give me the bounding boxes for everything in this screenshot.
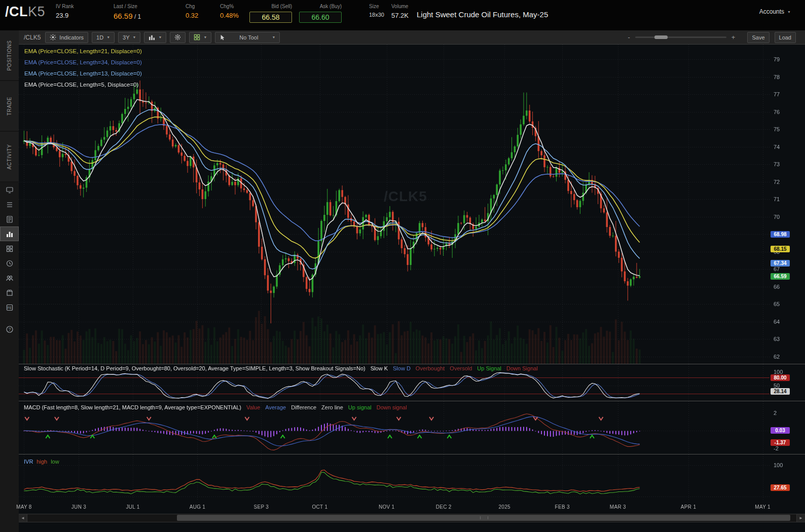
chg-pct-field: Chg% 0.48% — [220, 4, 239, 19]
sidebar-history-button[interactable] — [0, 256, 19, 271]
drawing-tool-dropdown[interactable]: No Tool ▼ — [215, 32, 280, 43]
legend-item: low — [51, 459, 59, 465]
sidebar-tab-activity[interactable]: ACTIVITY — [0, 132, 19, 182]
ema-study-label[interactable]: EMA (Price=CLOSE, Length=13, Displace=0) — [24, 68, 142, 79]
timeframe-dropdown[interactable]: 1D▼ — [92, 32, 115, 43]
history-icon — [6, 259, 14, 268]
watchlist-icon — [6, 201, 14, 209]
ema-study-label[interactable]: EMA (Price=CLOSE, Length=21, Displace=0) — [24, 46, 142, 57]
panel-divider — [19, 454, 805, 454]
last-size: / 1 — [133, 13, 141, 20]
stochastic-study-label[interactable]: Slow Stochastic (K Period=14, D Period=9… — [24, 365, 365, 371]
ema-study-label[interactable]: EMA (Price=CLOSE, Length=5, Displace=0) — [24, 79, 142, 90]
left-sidebar: POSITIONS TRADE ACTIVITY FE? — [0, 30, 19, 532]
ema-study-labels: EMA (Price=CLOSE, Length=21, Displace=0)… — [24, 46, 142, 90]
cursor-icon — [219, 34, 226, 41]
svg-text:FE: FE — [7, 306, 12, 309]
sidebar-tab-trade[interactable]: TRADE — [0, 81, 19, 132]
monitor-icon — [6, 186, 14, 194]
sidebar-help-button[interactable]: ? — [0, 322, 19, 336]
chart-style-dropdown[interactable]: ▼ — [144, 32, 166, 43]
chg-field: Chg 0.32 — [186, 4, 198, 19]
last-size-label: Last / Size — [114, 4, 141, 9]
chart-type-icon — [149, 34, 155, 41]
legend-item: IVR — [24, 459, 33, 465]
scroll-right-arrow[interactable]: ► — [796, 514, 805, 522]
zoom-slider[interactable] — [635, 36, 726, 38]
zoom-slider-thumb[interactable] — [654, 35, 668, 39]
toolbar-symbol-label: /CLK5 — [24, 34, 41, 41]
sidebar-watchlist-button[interactable] — [0, 197, 19, 212]
legend-item: Up Signal — [477, 365, 501, 371]
grid-icon — [6, 245, 14, 253]
ask-button[interactable]: 66.60 — [299, 12, 342, 23]
chg-pct-label: Chg% — [220, 4, 239, 9]
chevron-down-icon: ▼ — [133, 35, 136, 39]
macd-label-row: MACD (Fast length=8, Slow length=21, MAC… — [24, 404, 407, 410]
sidebar-monitor-button[interactable] — [0, 182, 19, 197]
sidebar-education-button[interactable]: FE — [0, 300, 19, 315]
quote-header: /CLK5 IV Rank 23.9 Last / Size 66.59 / 1… — [0, 0, 805, 31]
size-label: Size — [369, 4, 384, 9]
volume-field: Volume 57.2K — [391, 4, 409, 19]
legend-item: Down signal — [377, 404, 407, 410]
legend-item: Value — [246, 404, 260, 410]
contract-description: Light Sweet Crude Oil Futures, May-25 — [417, 10, 548, 19]
stochastic-label-row: Slow Stochastic (K Period=14, D Period=9… — [24, 365, 538, 371]
svg-text:?: ? — [8, 327, 11, 332]
community-icon — [6, 274, 14, 282]
chg-pct-value: 0.48% — [220, 12, 239, 19]
symbol-title: /CLK5 — [5, 4, 45, 20]
chart-toolbar: /CLK5 Indicators 1D▼ 3Y▼ ▼ ▼ No Tool ▼ — [19, 30, 805, 45]
grid-layout-icon — [194, 34, 200, 41]
trade-ticket-icon — [6, 215, 14, 223]
chart-settings-button[interactable] — [170, 32, 186, 43]
chg-value: 0.32 — [186, 12, 198, 19]
horizontal-scrollbar[interactable]: ◄ ► — [19, 514, 805, 522]
volume-value: 57.2K — [391, 12, 409, 19]
range-dropdown[interactable]: 3Y▼ — [118, 32, 140, 43]
charts-icon — [6, 230, 14, 238]
sidebar-grid-button[interactable] — [0, 241, 19, 256]
legend-item: Average — [265, 404, 286, 410]
scrollbar-thumb[interactable] — [177, 515, 790, 521]
sidebar-tab-positions[interactable]: POSITIONS — [0, 30, 19, 81]
legend-item: Down Signal — [506, 365, 538, 371]
chevron-down-icon: ▼ — [787, 10, 791, 14]
bid-button[interactable]: 66.58 — [249, 12, 292, 23]
zoom-out-button[interactable]: - — [628, 33, 630, 41]
education-icon: FE — [6, 303, 14, 312]
sidebar-products-button[interactable] — [0, 285, 19, 300]
accounts-dropdown[interactable]: Accounts▼ — [759, 8, 791, 15]
legend-item: Slow K — [371, 365, 388, 371]
iv-rank-label: IV Rank — [56, 4, 74, 9]
iv-rank-field: IV Rank 23.9 — [56, 4, 74, 19]
save-button[interactable]: Save — [747, 32, 769, 43]
sidebar-trade-ticket-button[interactable] — [0, 212, 19, 226]
sidebar-community-button[interactable] — [0, 271, 19, 285]
ivr-label-row: IVRhighlow — [24, 459, 59, 465]
ask-label: Ask (Buy) — [299, 4, 342, 9]
macd-study-label[interactable]: MACD (Fast length=8, Slow length=21, MAC… — [24, 404, 241, 410]
ema-study-label[interactable]: EMA (Price=CLOSE, Length=34, Displace=0) — [24, 57, 142, 68]
legend-item: Up signal — [348, 404, 372, 410]
ivr-panel-canvas[interactable] — [19, 454, 770, 501]
chevron-down-icon: ▼ — [106, 35, 110, 39]
symbol-watermark: /CLK5 — [384, 188, 427, 205]
volume-label: Volume — [391, 4, 409, 9]
indicators-button[interactable]: Indicators — [45, 32, 88, 43]
load-button[interactable]: Load — [775, 32, 796, 43]
indicators-icon — [50, 34, 56, 41]
gear-icon — [174, 34, 181, 41]
legend-item: Oversold — [450, 365, 472, 371]
iv-rank-value: 23.9 — [56, 12, 74, 19]
panel-divider — [19, 364, 805, 364]
sidebar-charts-button[interactable] — [0, 226, 19, 241]
layout-grid-dropdown[interactable]: ▼ — [189, 32, 211, 43]
zoom-in-button[interactable]: + — [731, 33, 736, 41]
products-icon — [6, 289, 14, 297]
size-value: 18x30 — [369, 12, 384, 18]
last-size-field: Last / Size 66.59 / 1 — [114, 4, 141, 20]
scroll-left-arrow[interactable]: ◄ — [19, 514, 27, 522]
legend-item: Overbought — [416, 365, 445, 371]
